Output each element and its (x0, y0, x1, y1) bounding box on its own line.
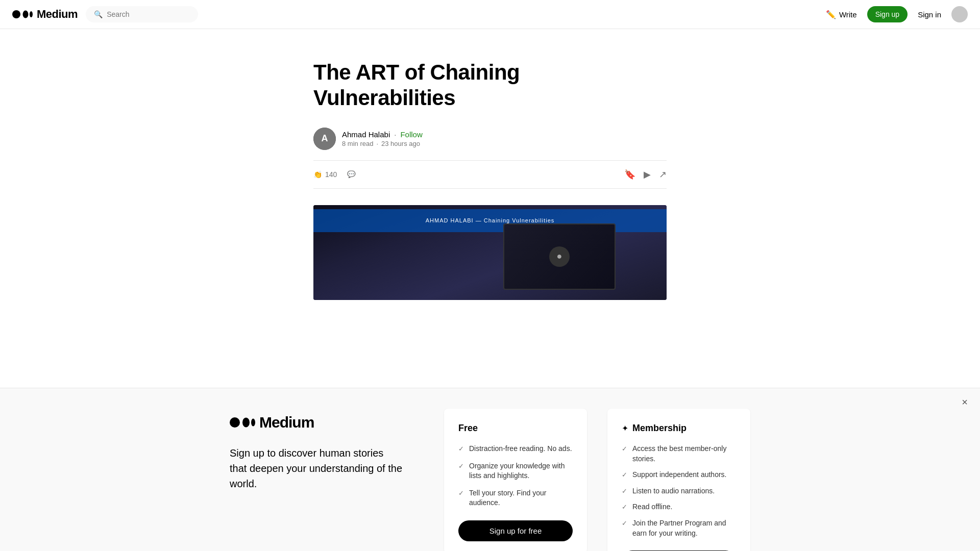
write-label: Write (839, 10, 857, 19)
meta-dot: · (376, 140, 378, 147)
author-info: Ahmad Halabi · Follow 8 min read · 23 ho… (342, 130, 423, 147)
read-time: 8 min read (342, 140, 373, 147)
svg-point-2 (30, 11, 33, 17)
follow-button[interactable]: Follow (400, 130, 422, 139)
navbar: Medium 🔍 Search ✏️ Write Sign up Sign in (0, 0, 980, 29)
svg-point-0 (12, 10, 20, 18)
screen-monitor: ● (503, 223, 616, 290)
share-button[interactable]: ↗ (659, 169, 667, 180)
signup-button[interactable]: Sign up (867, 6, 908, 22)
svg-point-1 (23, 11, 29, 18)
comment-icon: 💬 (347, 170, 356, 178)
comment-button[interactable]: 💬 (347, 170, 356, 178)
monitor-content: ● (504, 224, 615, 289)
clap-button[interactable]: 👏 140 (313, 170, 337, 179)
published-time: 23 hours ago (381, 140, 420, 147)
action-left: 👏 140 💬 (313, 170, 356, 179)
save-button[interactable]: 🔖 (624, 169, 635, 180)
medium-logo[interactable]: Medium (12, 8, 78, 21)
article-container: The ART of Chaining Vulnerabilities A Ah… (301, 29, 679, 300)
author-avatar-inner: A (313, 128, 336, 150)
article-title: The ART of Chaining Vulnerabilities (313, 60, 667, 111)
author-name-row: Ahmad Halabi · Follow (342, 130, 423, 139)
clap-count: 140 (325, 170, 337, 179)
avatar[interactable] (951, 6, 968, 22)
action-bar: 👏 140 💬 🔖 ▶ ↗ (313, 160, 667, 189)
action-right: 🔖 ▶ ↗ (624, 169, 667, 180)
signin-link[interactable]: Sign in (918, 10, 941, 19)
article-meta: 8 min read · 23 hours ago (342, 140, 423, 147)
search-placeholder: Search (107, 10, 129, 18)
nav-left: Medium 🔍 Search (12, 6, 198, 22)
search-icon: 🔍 (94, 10, 103, 18)
write-button[interactable]: ✏️ Write (826, 10, 857, 19)
listen-button[interactable]: ▶ (644, 169, 651, 180)
article-image: AHMAD HALABI — Chaining Vulnerabilities … (313, 205, 667, 300)
search-bar[interactable]: 🔍 Search (86, 6, 198, 22)
author-avatar[interactable]: A (313, 128, 336, 150)
write-icon: ✏️ (826, 10, 836, 19)
monitor-circle: ● (549, 246, 570, 267)
author-name: Ahmad Halabi (342, 130, 390, 139)
medium-logo-text: Medium (37, 8, 78, 21)
article-image-inner: AHMAD HALABI — Chaining Vulnerabilities … (313, 205, 667, 300)
dot-separator: · (394, 130, 396, 139)
clap-icon: 👏 (313, 170, 322, 179)
author-row: A Ahmad Halabi · Follow 8 min read · 23 … (313, 128, 667, 150)
nav-right: ✏️ Write Sign up Sign in (826, 6, 968, 22)
